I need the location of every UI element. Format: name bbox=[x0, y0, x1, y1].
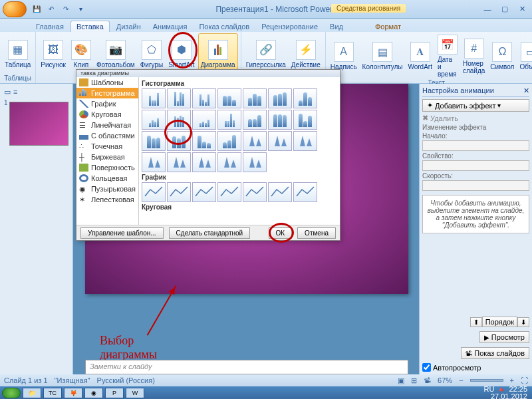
cat-bar[interactable]: ☰Линейчатая bbox=[76, 120, 138, 130]
photoalbum-button[interactable]: 📷Фотоальбом bbox=[94, 33, 137, 74]
view-normal-icon[interactable]: ▣ bbox=[398, 376, 404, 385]
ok-button[interactable]: ОК bbox=[269, 227, 293, 239]
system-tray[interactable]: RU 🔺 22:25 27.01.2012 bbox=[484, 386, 530, 400]
speed-input[interactable] bbox=[422, 180, 529, 191]
task-utorrent[interactable]: ◉ bbox=[84, 388, 103, 398]
zoom-in-button[interactable]: + bbox=[510, 376, 514, 384]
chart-subtype-item[interactable] bbox=[142, 182, 166, 202]
zoom-out-button[interactable]: − bbox=[459, 376, 463, 384]
wordart-button[interactable]: 𝐀WordArt bbox=[406, 33, 434, 79]
chart-subtype-item[interactable] bbox=[217, 182, 241, 202]
remove-button[interactable]: ✖Удалить bbox=[422, 114, 529, 122]
clip-button[interactable]: 🎨Клип bbox=[69, 33, 93, 74]
chart-subtype-item[interactable] bbox=[167, 182, 191, 202]
slide-thumbnail-1[interactable] bbox=[9, 102, 68, 146]
chart-subtype-item[interactable] bbox=[217, 110, 241, 130]
start-input[interactable] bbox=[422, 140, 529, 151]
start-button[interactable] bbox=[2, 388, 21, 398]
cat-templates[interactable]: Шаблоны bbox=[76, 77, 138, 88]
close-button[interactable]: ✕ bbox=[515, 4, 529, 15]
chart-subtype-item[interactable] bbox=[217, 88, 241, 108]
task-tc[interactable]: TC bbox=[43, 388, 62, 398]
task-word[interactable]: W bbox=[126, 388, 144, 398]
chart-subtype-item[interactable] bbox=[268, 182, 292, 202]
chart-subtype-item[interactable] bbox=[142, 110, 166, 130]
cat-stock[interactable]: ┼Биржевая bbox=[76, 152, 138, 162]
chart-subtype-item[interactable] bbox=[293, 131, 317, 151]
save-icon[interactable]: 💾 bbox=[31, 3, 43, 15]
chart-subtype-item[interactable] bbox=[217, 131, 241, 151]
chart-subtype-item[interactable] bbox=[293, 110, 317, 130]
chart-subtype-item[interactable] bbox=[217, 152, 241, 172]
chart-subtype-item[interactable] bbox=[243, 88, 267, 108]
chart-subtype-item[interactable] bbox=[243, 182, 267, 202]
cat-doughnut[interactable]: Кольцевая bbox=[76, 173, 138, 184]
chart-subtype-item[interactable] bbox=[243, 152, 267, 172]
outline-tab-icon[interactable]: ≡ bbox=[13, 88, 17, 96]
order-button[interactable]: Порядок bbox=[482, 317, 517, 327]
cat-area[interactable]: С областями bbox=[76, 130, 138, 141]
cat-surface[interactable]: Поверхность bbox=[76, 162, 138, 173]
maximize-button[interactable]: ▢ bbox=[497, 4, 512, 15]
symbol-button[interactable]: ΩСимвол bbox=[488, 33, 516, 79]
shapes-button[interactable]: ⬠Фигуры bbox=[138, 33, 165, 74]
chart-subtype-item[interactable] bbox=[192, 152, 216, 172]
tab-slideshow[interactable]: Показ слайдов bbox=[194, 21, 255, 32]
chart-subtype-item[interactable] bbox=[142, 88, 166, 108]
chart-subtype-item[interactable] bbox=[142, 131, 166, 151]
chart-subtype-item[interactable] bbox=[268, 88, 292, 108]
add-effect-button[interactable]: ✦Добавить эффект ▾ bbox=[422, 99, 529, 112]
tab-review[interactable]: Рецензирование bbox=[256, 21, 323, 32]
zoom-level[interactable]: 67% bbox=[438, 376, 452, 384]
language-indicator[interactable]: Русский (Россия) bbox=[97, 376, 155, 384]
task-explorer[interactable]: 📁 bbox=[23, 388, 41, 398]
chart-subtype-item[interactable] bbox=[268, 110, 292, 130]
cat-radar[interactable]: ✶Лепестковая bbox=[76, 194, 138, 205]
notes-pane[interactable]: Заметки к слайду bbox=[85, 360, 408, 374]
cat-scatter[interactable]: ∴Точечная bbox=[76, 141, 138, 152]
chart-subtype-item[interactable] bbox=[243, 110, 267, 130]
chart-subtype-item[interactable] bbox=[293, 182, 317, 202]
chart-subtype-item[interactable] bbox=[243, 131, 267, 151]
task-firefox[interactable]: 🦊 bbox=[64, 388, 82, 398]
smartart-button[interactable]: ⬢SmartArt bbox=[166, 33, 196, 74]
task-powerpoint[interactable]: P bbox=[105, 388, 124, 398]
set-default-button[interactable]: Сделать стандартной bbox=[169, 227, 251, 239]
headerfooter-button[interactable]: ▤Колонтитулы bbox=[360, 33, 405, 79]
view-sorter-icon[interactable]: ⊞ bbox=[411, 376, 417, 385]
tab-format[interactable]: Формат bbox=[370, 21, 406, 32]
autopreview-checkbox[interactable] bbox=[422, 363, 431, 372]
chart-subtype-item[interactable] bbox=[268, 131, 292, 151]
chart-subtype-item[interactable] bbox=[142, 152, 166, 172]
cat-pie[interactable]: Круговая bbox=[76, 109, 138, 120]
chart-subtype-item[interactable] bbox=[167, 131, 191, 151]
cat-line[interactable]: График bbox=[76, 98, 138, 109]
minimize-button[interactable]: — bbox=[480, 4, 495, 15]
chart-subtype-item[interactable] bbox=[192, 131, 216, 151]
slidenum-button[interactable]: #Номер слайда bbox=[461, 33, 487, 79]
hyperlink-button[interactable]: 🔗Гиперссылка bbox=[244, 33, 288, 74]
datetime-button[interactable]: 📅Дата и время bbox=[436, 33, 460, 79]
order-up-button[interactable]: ⬆ bbox=[470, 317, 482, 327]
chart-subtype-item[interactable] bbox=[192, 88, 216, 108]
tab-view[interactable]: Вид bbox=[325, 21, 348, 32]
tab-home[interactable]: Главная bbox=[31, 21, 69, 32]
fit-button[interactable]: ⛶ bbox=[521, 376, 528, 384]
tab-insert[interactable]: Вставка bbox=[70, 21, 110, 32]
panel-close-icon[interactable]: ✕ bbox=[523, 86, 529, 95]
cat-column[interactable]: Гистограмма bbox=[76, 88, 138, 98]
table-button[interactable]: ▦Таблица bbox=[3, 33, 33, 74]
chart-subtype-item[interactable] bbox=[167, 110, 191, 130]
zoom-slider[interactable] bbox=[470, 379, 503, 382]
manage-templates-button[interactable]: Управление шаблон... bbox=[80, 227, 164, 239]
cancel-button[interactable]: Отмена bbox=[297, 227, 336, 239]
object-button[interactable]: ▭Объект bbox=[517, 33, 532, 79]
chart-subtype-item[interactable] bbox=[192, 182, 216, 202]
chart-subtype-item[interactable] bbox=[293, 88, 317, 108]
property-input[interactable] bbox=[422, 160, 529, 171]
undo-icon[interactable]: ↶ bbox=[45, 3, 57, 15]
picture-button[interactable]: 🖼Рисунок bbox=[39, 33, 68, 74]
cat-bubble[interactable]: ◉Пузырьковая bbox=[76, 184, 138, 194]
preview-button[interactable]: ▶ Просмотр bbox=[479, 331, 529, 343]
chart-subtype-item[interactable] bbox=[167, 152, 191, 172]
